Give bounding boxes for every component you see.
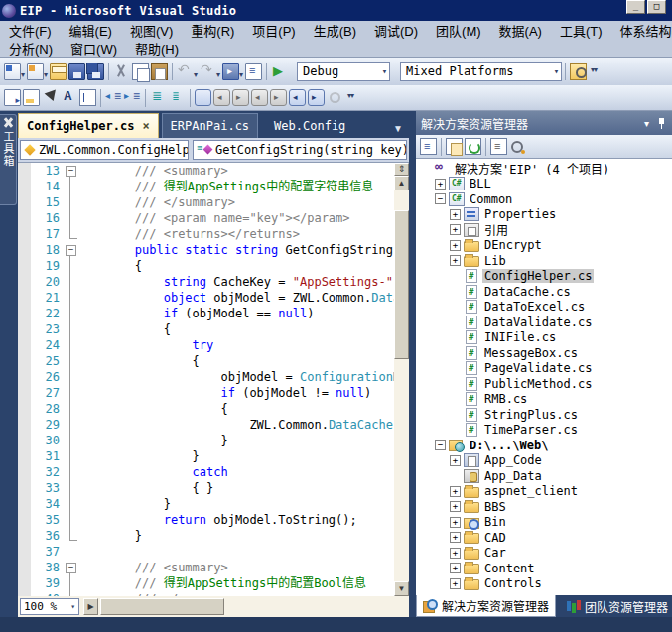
tree-item[interactable]: StringPlus.cs bbox=[416, 407, 672, 423]
code-line[interactable]: 29ZWL.Common.DataCache. bbox=[18, 417, 409, 433]
horizontal-scroll-thumb[interactable] bbox=[100, 598, 224, 615]
uncomment-icon[interactable] bbox=[169, 89, 186, 106]
tree-item[interactable]: ConfigHelper.cs bbox=[416, 269, 672, 285]
tree-item[interactable]: +Properties bbox=[416, 207, 672, 223]
open-file-icon[interactable] bbox=[50, 63, 67, 80]
tree-item[interactable]: PageValidate.cs bbox=[416, 361, 672, 377]
indicator-margin[interactable] bbox=[18, 274, 31, 290]
tree-item[interactable]: +aspnet_client bbox=[416, 484, 672, 500]
code-line[interactable]: 37 bbox=[18, 544, 409, 560]
indicator-margin[interactable] bbox=[18, 433, 31, 448]
tool-window-tab[interactable]: 解决方案资源管理器 bbox=[416, 595, 556, 617]
overflow-icon[interactable] bbox=[345, 89, 362, 106]
collapse-icon[interactable] bbox=[64, 560, 77, 575]
start-debugging-icon[interactable] bbox=[271, 63, 288, 80]
expand-icon[interactable]: + bbox=[450, 255, 461, 266]
indicator-margin[interactable] bbox=[18, 417, 31, 433]
chevron-down-icon[interactable]: ▾ bbox=[376, 66, 387, 76]
code-line[interactable]: 26objModel = ConfigurationManager bbox=[18, 369, 409, 385]
bm-blue-icon[interactable] bbox=[289, 89, 306, 106]
menu-item[interactable]: 团队(M) bbox=[427, 20, 490, 41]
code-line[interactable]: 31} bbox=[18, 448, 409, 464]
save-icon[interactable] bbox=[68, 63, 85, 80]
tree-item[interactable]: +Lib bbox=[416, 253, 672, 269]
vertical-scrollbar[interactable]: ⇕ ▲ ▼ bbox=[394, 163, 409, 596]
window-position-menu-icon[interactable]: ▾ bbox=[644, 118, 649, 129]
code-line[interactable]: 18public static string GetConfigString( bbox=[18, 242, 409, 258]
add-item-icon[interactable] bbox=[27, 63, 44, 80]
tree-item[interactable]: DataValidate.cs bbox=[416, 315, 672, 330]
indicator-margin[interactable] bbox=[18, 464, 31, 480]
code-line[interactable]: 20string CacheKey = "AppSettings-" bbox=[18, 274, 409, 290]
indicator-margin[interactable] bbox=[18, 242, 31, 258]
code-line[interactable]: 17/// <returns></returns> bbox=[18, 226, 409, 242]
menu-item[interactable]: 生成(B) bbox=[305, 20, 365, 41]
tree-item[interactable]: INIFile.cs bbox=[416, 330, 672, 346]
pin-icon[interactable] bbox=[657, 117, 667, 129]
classview-icon[interactable] bbox=[509, 138, 526, 155]
indent-guide-icon[interactable] bbox=[79, 89, 96, 106]
bm-gray-icon[interactable] bbox=[232, 89, 249, 106]
code-line[interactable]: 23{ bbox=[18, 321, 409, 337]
copy-icon[interactable] bbox=[132, 63, 149, 80]
indent-icon[interactable] bbox=[124, 89, 141, 106]
chevron-down-icon[interactable]: ▾ bbox=[44, 70, 48, 79]
tree-item[interactable]: +App_Code bbox=[416, 453, 672, 469]
menu-item[interactable]: 工具(T) bbox=[551, 20, 611, 41]
collapse-icon[interactable] bbox=[64, 242, 77, 258]
menu-item[interactable]: 分析(N) bbox=[0, 38, 62, 59]
expand-icon[interactable]: + bbox=[450, 240, 461, 251]
indicator-margin[interactable] bbox=[18, 496, 31, 512]
member-list-icon[interactable] bbox=[245, 63, 262, 80]
expand-icon[interactable]: + bbox=[435, 179, 446, 190]
indicator-margin[interactable] bbox=[18, 385, 31, 401]
refresh-icon[interactable] bbox=[465, 138, 481, 155]
expand-icon[interactable]: + bbox=[450, 486, 461, 497]
menu-item[interactable]: 项目(P) bbox=[243, 20, 304, 41]
tree-item[interactable]: +Car bbox=[416, 546, 672, 562]
code-line[interactable]: 28{ bbox=[18, 401, 409, 417]
tree-item[interactable]: App_Data bbox=[416, 468, 672, 484]
indicator-margin[interactable] bbox=[18, 226, 31, 242]
indicator-margin[interactable] bbox=[18, 480, 31, 496]
indicator-margin[interactable] bbox=[18, 369, 31, 385]
title-bar[interactable]: EIP - Microsoft Visual Studio _□ bbox=[0, 0, 672, 21]
menu-item[interactable]: 调试(D) bbox=[365, 20, 427, 41]
properties-icon[interactable] bbox=[420, 138, 437, 155]
code-line[interactable]: 21object objModel = ZWL.Common.DataCache bbox=[18, 290, 409, 306]
horizontal-scrollbar[interactable]: ◀ ▶ bbox=[83, 598, 408, 615]
code-line[interactable]: 32catch bbox=[18, 464, 409, 480]
code-line[interactable]: 25{ bbox=[18, 353, 409, 369]
indicator-margin[interactable] bbox=[18, 179, 31, 194]
split-window-handle[interactable]: ⇕ bbox=[394, 163, 409, 176]
overflow-icon[interactable] bbox=[589, 63, 605, 80]
minimize-button[interactable]: _ bbox=[626, 0, 645, 14]
tree-item[interactable]: MessageBox.cs bbox=[416, 345, 672, 361]
viewcode-icon[interactable] bbox=[490, 138, 507, 155]
menu-item[interactable]: 窗口(W) bbox=[62, 38, 126, 59]
code-line[interactable]: 15/// </summary> bbox=[18, 194, 409, 210]
code-line[interactable]: 35return objModel.ToString(); bbox=[18, 512, 409, 528]
solution-tree[interactable]: 解决方案'EIP' (4 个项目)+BLL−Common+Properties+… bbox=[416, 159, 672, 595]
indicator-margin[interactable] bbox=[18, 258, 31, 274]
tool-window-tab[interactable]: 团队资源管理器 bbox=[560, 595, 672, 617]
code-line[interactable]: 36} bbox=[18, 528, 409, 544]
cut-icon[interactable] bbox=[113, 63, 130, 80]
editor-zoom-combo[interactable]: 100 % ▾ bbox=[20, 598, 79, 615]
code-line[interactable]: 14/// 得到AppSettings中的配置字符串信息 bbox=[18, 179, 409, 194]
indicator-margin[interactable] bbox=[18, 290, 31, 306]
expand-icon[interactable]: + bbox=[450, 563, 461, 573]
indicator-margin[interactable] bbox=[18, 321, 31, 337]
tree-item[interactable]: +CAD bbox=[416, 530, 672, 546]
code-line[interactable]: 13/// <summary> bbox=[18, 163, 409, 179]
menu-item[interactable]: 重构(R) bbox=[182, 20, 243, 41]
expand-icon[interactable]: + bbox=[450, 224, 461, 235]
paste-icon[interactable] bbox=[151, 63, 168, 80]
indicator-margin[interactable] bbox=[18, 528, 31, 544]
expand-icon[interactable]: + bbox=[450, 517, 461, 528]
code-line[interactable]: 19{ bbox=[18, 258, 409, 274]
toolbox-autohide-tab[interactable]: 工具箱 bbox=[0, 114, 17, 205]
chevron-down-icon[interactable]: ▾ bbox=[21, 70, 25, 79]
yellow-doc-icon[interactable] bbox=[23, 89, 40, 106]
tree-item[interactable]: +BLL bbox=[416, 177, 672, 192]
